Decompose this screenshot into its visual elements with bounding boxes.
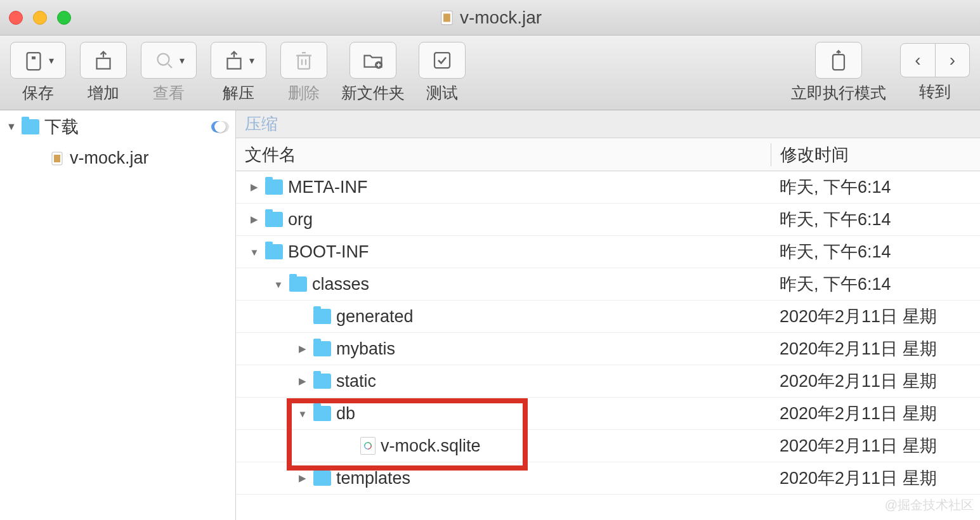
tool-label-delete: 删除 bbox=[288, 82, 320, 103]
run-icon bbox=[827, 49, 850, 72]
main-area: 压缩 文件名 修改时间 ▶META-INF昨天, 下午6:14▶org昨天, 下… bbox=[236, 110, 980, 520]
file-row[interactable]: ▶mybatis2020年2月11日 星期 bbox=[236, 333, 980, 365]
traffic-lights bbox=[9, 11, 71, 25]
folder-icon bbox=[265, 244, 283, 259]
file-row[interactable]: v-mock.sqlite2020年2月11日 星期 bbox=[236, 430, 980, 462]
tool-view[interactable]: ▾ 查看 bbox=[141, 42, 197, 103]
sidebar-toggle[interactable] bbox=[211, 121, 229, 133]
disclosure-down-icon[interactable]: ▼ bbox=[273, 279, 284, 290]
file-row[interactable]: ▼BOOT-INF昨天, 下午6:14 bbox=[236, 236, 980, 268]
file-row[interactable]: ▼classes昨天, 下午6:14 bbox=[236, 268, 980, 301]
chevron-down-icon: ▾ bbox=[249, 55, 254, 67]
titlebar: v-mock.jar bbox=[0, 0, 980, 36]
folder-icon bbox=[289, 276, 307, 292]
row-name-text: classes bbox=[312, 275, 369, 294]
close-button[interactable] bbox=[9, 11, 23, 25]
tool-label-goto: 转到 bbox=[919, 81, 951, 102]
window-title-wrap: v-mock.jar bbox=[438, 8, 542, 28]
disclosure-right-icon[interactable]: ▶ bbox=[249, 214, 260, 225]
window-title: v-mock.jar bbox=[460, 8, 542, 28]
minimize-button[interactable] bbox=[33, 11, 47, 25]
disclosure-down-icon[interactable]: ▼ bbox=[297, 408, 308, 419]
svg-rect-9 bbox=[434, 53, 450, 68]
file-row[interactable]: ▶META-INF昨天, 下午6:14 bbox=[236, 171, 980, 204]
svg-rect-2 bbox=[27, 53, 41, 70]
file-rows: ▶META-INF昨天, 下午6:14▶org昨天, 下午6:14▼BOOT-I… bbox=[236, 171, 980, 520]
tool-save[interactable]: ▾ 保存 bbox=[10, 42, 66, 103]
row-date-text: 2020年2月11日 星期 bbox=[771, 337, 980, 360]
row-date-text: 2020年2月11日 星期 bbox=[771, 402, 980, 425]
back-button[interactable]: ‹ bbox=[900, 43, 935, 77]
tool-label-save: 保存 bbox=[22, 82, 54, 103]
folder-icon bbox=[313, 341, 331, 356]
disclosure-down-icon: ▼ bbox=[6, 121, 16, 133]
tab-label[interactable]: 压缩 bbox=[245, 113, 278, 135]
col-header-name[interactable]: 文件名 bbox=[236, 143, 771, 166]
sidebar-child[interactable]: v-mock.jar bbox=[0, 143, 235, 173]
folder-icon bbox=[313, 309, 331, 324]
disclosure-right-icon[interactable]: ▶ bbox=[249, 181, 260, 193]
folder-icon bbox=[22, 119, 39, 134]
svg-rect-6 bbox=[228, 58, 241, 69]
column-headers: 文件名 修改时间 bbox=[236, 138, 980, 171]
tool-label-extract: 解压 bbox=[223, 82, 254, 103]
row-name-text: templates bbox=[336, 469, 410, 488]
maximize-button[interactable] bbox=[57, 11, 71, 25]
folder-icon bbox=[313, 374, 331, 389]
tool-runmode[interactable]: 立即执行模式 bbox=[791, 42, 886, 103]
file-icon bbox=[360, 437, 376, 455]
sidebar-root[interactable]: ▼ 下载 bbox=[0, 110, 235, 143]
row-date-text: 2020年2月11日 星期 bbox=[771, 467, 980, 490]
new-folder-icon bbox=[362, 49, 384, 72]
tool-label-add: 增加 bbox=[88, 82, 119, 103]
tool-label-newfolder: 新文件夹 bbox=[341, 82, 405, 103]
tool-delete[interactable]: 删除 bbox=[280, 42, 327, 103]
col-header-date[interactable]: 修改时间 bbox=[771, 143, 980, 166]
folder-icon bbox=[265, 179, 283, 195]
tab-row: 压缩 bbox=[236, 110, 980, 138]
disclosure-down-icon[interactable]: ▼ bbox=[249, 247, 260, 257]
content: ▼ 下载 v-mock.jar 压缩 文件名 修改时间 ▶META-INF昨天,… bbox=[0, 110, 980, 520]
svg-rect-1 bbox=[443, 13, 450, 22]
disclosure-right-icon[interactable]: ▶ bbox=[297, 375, 308, 387]
file-row[interactable]: ▶org昨天, 下午6:14 bbox=[236, 204, 980, 236]
file-row[interactable]: ▼db2020年2月11日 星期 bbox=[236, 398, 980, 430]
file-row[interactable]: ▶static2020年2月11日 星期 bbox=[236, 365, 980, 398]
row-date-text: 昨天, 下午6:14 bbox=[771, 176, 980, 198]
row-name-text: META-INF bbox=[288, 178, 367, 197]
svg-rect-7 bbox=[298, 56, 310, 69]
row-name-text: org bbox=[288, 210, 313, 230]
tool-extract[interactable]: ▾ 解压 bbox=[211, 42, 266, 103]
jar-icon bbox=[438, 10, 455, 26]
sidebar: ▼ 下载 v-mock.jar bbox=[0, 110, 236, 520]
row-date-text: 2020年2月11日 星期 bbox=[771, 305, 980, 328]
box-extract-icon bbox=[223, 49, 245, 72]
row-date-text: 2020年2月11日 星期 bbox=[771, 434, 980, 457]
sidebar-root-label: 下载 bbox=[44, 115, 79, 138]
file-row[interactable]: ▶templates2020年2月11日 星期 bbox=[236, 462, 980, 495]
forward-button[interactable]: › bbox=[936, 43, 970, 77]
file-row[interactable]: generated2020年2月11日 星期 bbox=[236, 301, 980, 333]
archive-icon bbox=[22, 49, 45, 72]
tool-label-test: 测试 bbox=[426, 82, 458, 103]
tool-test[interactable]: 测试 bbox=[419, 42, 466, 103]
row-name-text: BOOT-INF bbox=[288, 242, 369, 262]
row-name-text: db bbox=[336, 404, 355, 424]
row-name-text: generated bbox=[336, 307, 414, 327]
row-name-text: mybatis bbox=[336, 339, 395, 359]
chevron-down-icon: ▾ bbox=[49, 55, 54, 67]
folder-icon bbox=[313, 471, 331, 486]
svg-rect-10 bbox=[833, 55, 844, 70]
check-icon bbox=[431, 49, 454, 72]
box-add-icon bbox=[92, 49, 115, 72]
row-date-text: 昨天, 下午6:14 bbox=[771, 273, 980, 296]
row-name-text: v-mock.sqlite bbox=[381, 436, 481, 456]
row-date-text: 2020年2月11日 星期 bbox=[771, 370, 980, 393]
tool-add[interactable]: 增加 bbox=[80, 42, 127, 103]
disclosure-right-icon[interactable]: ▶ bbox=[297, 472, 308, 484]
tool-newfolder[interactable]: 新文件夹 bbox=[341, 42, 405, 103]
row-date-text: 昨天, 下午6:14 bbox=[771, 208, 980, 231]
disclosure-right-icon[interactable]: ▶ bbox=[297, 343, 308, 354]
svg-rect-12 bbox=[54, 155, 60, 162]
jar-icon bbox=[49, 151, 65, 166]
